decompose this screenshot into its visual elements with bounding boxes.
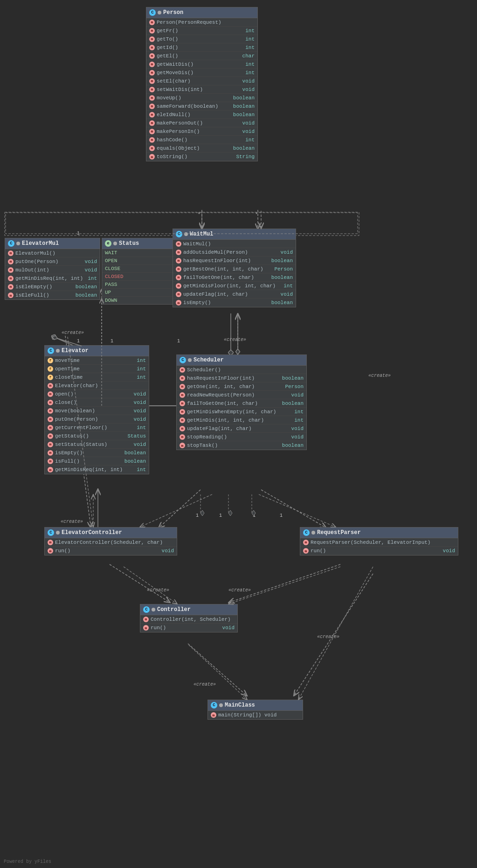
method-icon: m: [48, 442, 53, 447]
member-row: m hasRequestInFloor(int) boolean: [173, 257, 296, 265]
method-icon: m: [149, 104, 155, 109]
method-icon: m: [48, 548, 53, 554]
member-row: m failToGetOne(int, char) boolean: [173, 273, 296, 282]
method-icon: m: [180, 417, 185, 423]
method-name: hashCode(): [157, 137, 243, 143]
method-icon: m: [149, 87, 155, 92]
svg-line-32: [259, 494, 336, 527]
field-icon: f: [48, 366, 53, 372]
member-row: m stopTask() boolean: [177, 441, 306, 450]
return-type: boolean: [76, 284, 97, 290]
class-status: e Status WAIT OPEN CLOSE CLOSED PASS UP …: [102, 238, 176, 305]
field-icon: f: [48, 375, 53, 380]
member-row: m getWaitDis() int: [146, 60, 257, 69]
return-type: int: [137, 375, 146, 380]
return-type: boolean: [271, 258, 293, 264]
method-icon: m: [48, 433, 53, 439]
return-type: String: [236, 154, 255, 160]
member-row: m getMinDisReq(int, int) int: [5, 274, 100, 283]
return-type: boolean: [233, 146, 255, 151]
visibility-dot: [56, 531, 60, 535]
method-icon: m: [143, 625, 149, 631]
mainclass-header: C MainClass: [208, 700, 303, 711]
method-name: getMinDis(int, int, char): [187, 417, 292, 423]
member-row: m Person(PersonRequest): [146, 18, 257, 27]
method-name: getMinDisFloor(int, int, char): [183, 283, 282, 289]
method-icon: m: [303, 540, 309, 545]
method-icon: m: [48, 391, 53, 397]
member-row: m main(String[]) void: [208, 711, 303, 719]
return-type: void: [85, 259, 97, 264]
method-name: equals(Object): [157, 146, 231, 151]
method-icon: m: [303, 548, 309, 554]
enum-icon: e: [105, 240, 111, 247]
member-row: m isEleEmpty() boolean: [5, 283, 100, 291]
method-icon: m: [180, 401, 185, 406]
enum-value: UP: [102, 289, 176, 297]
method-name: makePersonOut(): [157, 120, 241, 126]
method-icon: m: [180, 367, 185, 373]
method-name: makePersonIn(): [157, 129, 241, 134]
mult-3: 1: [111, 339, 113, 344]
create-label-2: «create»: [224, 337, 246, 342]
svg-line-37: [298, 567, 373, 700]
elevatorcontroller-header: C ElevatorController: [45, 528, 177, 538]
member-row: m ElevatorController(Scheduler, char): [45, 538, 177, 547]
member-row: m getMinDisWhenEmpty(int, char) int: [177, 408, 306, 416]
class-icon: C: [176, 231, 182, 237]
member-row: m putOne(Person) void: [45, 415, 149, 424]
enum-value: DOWN: [102, 297, 176, 304]
class-elevatormul: C ElevatorMul m ElevatorMul() m putOne(P…: [5, 238, 100, 300]
method-icon: m: [149, 70, 155, 76]
method-icon: m: [149, 137, 155, 143]
class-title: ElevatorMul: [22, 240, 59, 247]
method-name: isEmpty(): [183, 300, 270, 306]
status-header: e Status: [102, 238, 176, 249]
return-type: int: [245, 137, 255, 143]
method-name: setWaitDis(int): [157, 87, 241, 92]
class-title: Person: [163, 9, 183, 16]
method-name: run(): [151, 625, 221, 631]
return-type: boolean: [76, 292, 97, 298]
return-type: boolean: [233, 95, 255, 101]
method-name: getWaitDis(): [157, 62, 243, 67]
method-name: move(boolean): [55, 408, 132, 414]
scheduler-header: C Scheduler: [177, 355, 306, 366]
method-icon: m: [176, 300, 181, 306]
mult-2: 1: [77, 339, 80, 344]
method-name: isEleEmpty(): [15, 284, 74, 290]
create-label-1: «create»: [62, 330, 84, 335]
member-row: m run() void: [140, 624, 237, 632]
method-name: isEmpty(): [55, 450, 123, 456]
method-name: run(): [311, 548, 441, 554]
method-name: stopReading(): [187, 434, 290, 440]
method-name: stopTask(): [187, 443, 280, 448]
return-type: int: [137, 358, 146, 363]
method-icon: m: [48, 400, 53, 405]
member-row: m eleIdNull() boolean: [146, 111, 257, 119]
create-label-3: «create»: [368, 373, 391, 378]
method-icon: m: [149, 78, 155, 84]
method-name: getEl(): [157, 53, 241, 59]
class-person: C Person m Person(PersonRequest) m getFr…: [146, 7, 258, 161]
member-row: m getFr() int: [146, 27, 257, 35]
class-title: Scheduler: [194, 357, 224, 363]
method-name: addOutsideMul(Person): [183, 250, 279, 255]
return-type: boolean: [233, 104, 255, 109]
method-name: readNewRequest(Person): [187, 392, 290, 398]
method-name: Person(PersonRequest): [157, 20, 255, 25]
method-icon: m: [180, 375, 185, 381]
member-row: m getEl() char: [146, 52, 257, 60]
method-name: close(): [55, 400, 132, 405]
method-name: getMinDisReq(int, int): [55, 467, 135, 472]
return-type: int: [88, 276, 97, 281]
return-type: void: [291, 392, 304, 398]
method-icon: m: [149, 146, 155, 151]
svg-line-14: [188, 644, 247, 696]
method-name: getOne(int, int, char): [187, 384, 283, 389]
method-name: getFr(): [157, 28, 243, 34]
method-name: ElevatorController(Scheduler, char): [55, 540, 174, 545]
return-type: boolean: [271, 300, 293, 306]
method-name: hasRequestInFloor(int): [187, 375, 280, 381]
method-icon: m: [180, 443, 185, 448]
